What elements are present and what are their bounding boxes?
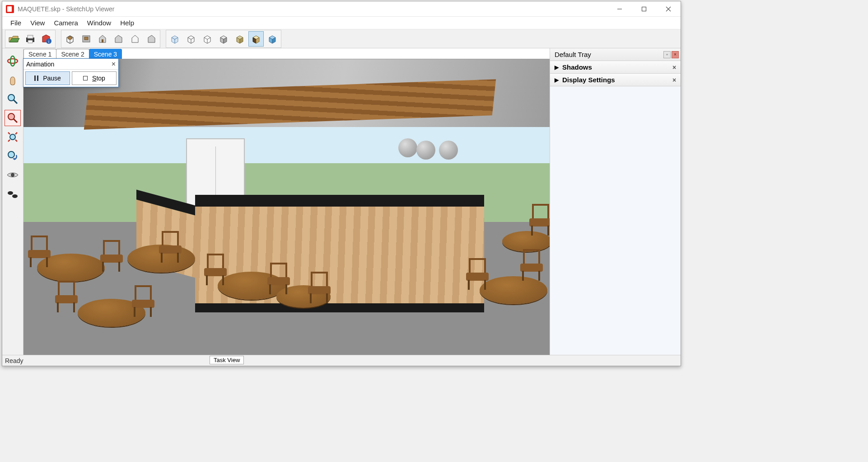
svg-point-13	[10, 56, 15, 66]
animation-titlebar[interactable]: Animation ×	[23, 59, 118, 70]
panel-close-icon[interactable]: ×	[671, 76, 678, 84]
scene-tabs: Scene 1 Scene 2 Scene 3	[23, 48, 550, 59]
scene-tab-3[interactable]: Scene 3	[89, 49, 122, 59]
wireframe-icon[interactable]	[183, 31, 199, 47]
menu-camera[interactable]: Camera	[49, 17, 82, 28]
look-around-icon[interactable]	[5, 167, 21, 183]
app-window: MAQUETE.skp - SketchUp Viewer File View …	[2, 1, 681, 366]
title-left: MAQUETE.skp - SketchUp Viewer	[2, 5, 114, 13]
svg-point-22	[12, 194, 18, 198]
scene-tab-2[interactable]: Scene 2	[56, 49, 89, 59]
menu-window[interactable]: Window	[83, 17, 116, 28]
title-bar: MAQUETE.skp - SketchUp Viewer	[2, 1, 681, 17]
toolbar-group-file: i	[5, 30, 56, 48]
tray-pin-icon[interactable]: ▫	[663, 51, 671, 58]
previous-view-icon[interactable]	[5, 148, 21, 164]
menu-file[interactable]: File	[6, 17, 26, 28]
scene-tab-1[interactable]: Scene 1	[23, 49, 56, 59]
tray-panel-label: Shadows	[562, 63, 592, 71]
minimize-button[interactable]	[607, 1, 632, 17]
tray-title: Default Tray	[555, 51, 591, 58]
left-view-icon[interactable]	[144, 31, 159, 47]
window-title: MAQUETE.skp - SketchUp Viewer	[18, 5, 114, 13]
status-bar: Ready	[2, 355, 681, 366]
tray-header[interactable]: Default Tray ▫ ×	[550, 48, 681, 61]
svg-point-21	[8, 191, 13, 195]
panel-close-icon[interactable]: ×	[671, 64, 678, 71]
toolbar-group-styles	[166, 30, 281, 48]
svg-rect-1	[642, 7, 646, 11]
zoom-window-icon[interactable]	[5, 110, 21, 126]
toolbar-group-views	[61, 30, 160, 48]
animation-close-icon[interactable]: ×	[112, 60, 116, 68]
svg-rect-10	[84, 37, 88, 40]
left-toolbar	[2, 48, 23, 355]
svg-point-18	[10, 134, 15, 140]
svg-line-15	[14, 100, 17, 104]
back-view-icon[interactable]	[127, 31, 143, 47]
main-area: Scene 1 Scene 2 Scene 3	[23, 48, 550, 355]
pause-label: Pause	[43, 75, 61, 82]
tray-close-icon[interactable]: ×	[672, 51, 679, 58]
walk-icon[interactable]	[5, 186, 21, 202]
pause-button[interactable]: Pause	[25, 71, 70, 85]
iso-view-icon[interactable]	[62, 31, 78, 47]
tray-panel-label: Display Settings	[562, 76, 615, 84]
print-icon[interactable]	[23, 31, 38, 47]
default-tray: Default Tray ▫ × ▶Shadows × ▶Display Set…	[550, 48, 681, 355]
pan-icon[interactable]	[5, 72, 21, 88]
top-view-icon[interactable]	[79, 31, 94, 47]
stop-label: Stop	[92, 75, 105, 82]
task-view-tooltip: Task View	[210, 356, 244, 364]
tray-panel-shadows[interactable]: ▶Shadows ×	[550, 61, 681, 74]
svg-rect-11	[102, 39, 103, 42]
svg-rect-6	[28, 40, 33, 43]
xray-icon[interactable]	[167, 31, 182, 47]
shaded-icon[interactable]	[216, 31, 231, 47]
front-view-icon[interactable]	[95, 31, 110, 47]
status-text: Ready	[5, 357, 23, 364]
tray-header-controls: ▫ ×	[663, 51, 679, 58]
viewport-3d[interactable]	[23, 59, 550, 355]
close-button[interactable]	[656, 1, 681, 17]
animation-body: Pause Stop	[23, 70, 118, 87]
menu-bar: File View Camera Window Help	[2, 17, 681, 29]
svg-point-20	[11, 173, 14, 177]
monochrome-icon[interactable]	[265, 31, 280, 47]
app-icon	[6, 5, 14, 13]
svg-point-12	[8, 59, 18, 63]
svg-point-14	[8, 94, 14, 101]
caret-right-icon: ▶	[555, 64, 559, 71]
shaded-monochrome-icon[interactable]	[232, 31, 247, 47]
svg-point-16	[8, 113, 14, 120]
svg-text:i: i	[48, 39, 49, 44]
tray-panel-display-settings[interactable]: ▶Display Settings ×	[550, 74, 681, 86]
hidden-line-icon[interactable]	[200, 31, 215, 47]
svg-rect-5	[28, 35, 33, 38]
stop-button[interactable]: Stop	[72, 71, 117, 85]
animation-title: Animation	[26, 61, 54, 68]
animation-window[interactable]: Animation × Pause Stop	[23, 58, 119, 87]
pause-icon	[34, 75, 38, 81]
orbit-icon[interactable]	[5, 53, 21, 69]
menu-view[interactable]: View	[26, 17, 49, 28]
svg-line-17	[14, 119, 17, 123]
zoom-icon[interactable]	[5, 91, 21, 107]
right-view-icon[interactable]	[111, 31, 126, 47]
content-area: Scene 1 Scene 2 Scene 3	[2, 48, 681, 355]
caret-right-icon: ▶	[555, 77, 559, 83]
model-info-icon[interactable]: i	[39, 31, 54, 47]
svg-point-19	[8, 151, 14, 158]
stop-icon	[83, 76, 88, 80]
open-icon[interactable]	[6, 31, 22, 47]
shaded-textures-icon[interactable]	[248, 31, 264, 47]
main-toolbar: i	[2, 29, 681, 48]
scene-render	[23, 59, 550, 355]
maximize-button[interactable]	[632, 1, 656, 17]
menu-help[interactable]: Help	[116, 17, 139, 28]
zoom-extents-icon[interactable]	[5, 129, 21, 145]
window-controls	[607, 1, 681, 17]
